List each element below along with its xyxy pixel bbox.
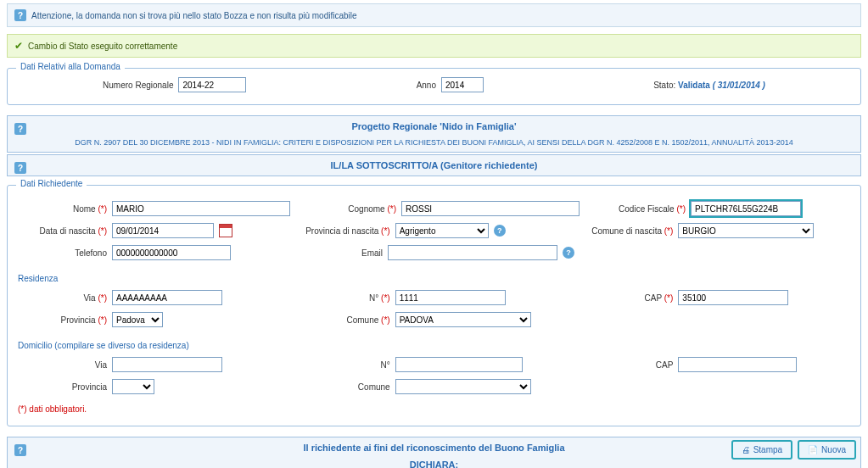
input-num-regionale[interactable] bbox=[178, 77, 246, 92]
label-num-regionale: Numero Regionale bbox=[103, 81, 173, 90]
value-stato-date: ( 31/01/2014 ) bbox=[713, 81, 765, 90]
input-dom-n[interactable] bbox=[395, 357, 523, 372]
alert-info: ? Attenzione, la domanda non si trova pi… bbox=[7, 3, 861, 27]
select-comune-nascita[interactable]: BURGIO bbox=[678, 223, 814, 238]
value-stato: Validata bbox=[678, 81, 710, 90]
input-res-via[interactable] bbox=[112, 290, 222, 305]
input-codice-fiscale[interactable] bbox=[691, 201, 801, 216]
help-icon-dichiara[interactable]: ? bbox=[14, 444, 26, 456]
help-icon-prov-nascita[interactable]: ? bbox=[494, 225, 506, 237]
stampa-button[interactable]: 🖨 Stampa bbox=[731, 440, 792, 460]
check-icon: ✔ bbox=[14, 40, 23, 52]
mandatory-note: (*) dati obbligatori. bbox=[18, 404, 850, 414]
title-sottoscritto: IL/LA SOTTOSCRITTO/A (Genitore richieden… bbox=[331, 160, 538, 170]
input-telefono[interactable] bbox=[112, 245, 231, 260]
select-prov-nascita[interactable]: Agrigento bbox=[395, 223, 489, 238]
label-dom-cap: CAP bbox=[584, 360, 673, 370]
input-res-n[interactable] bbox=[395, 290, 506, 305]
label-res-comune: Comune bbox=[347, 315, 379, 325]
sub-dichiara: DICHIARA: bbox=[410, 460, 458, 468]
label-res-n: N° bbox=[369, 293, 378, 303]
input-data-nascita[interactable] bbox=[112, 223, 214, 238]
select-dom-comune[interactable] bbox=[395, 379, 531, 394]
help-icon-email[interactable]: ? bbox=[563, 247, 574, 259]
input-dom-cap[interactable] bbox=[678, 357, 797, 372]
sub-progetto: DGR N. 2907 DEL 30 DICEMBRE 2013 - NIDI … bbox=[75, 138, 792, 147]
alert-success: ✔ Cambio di Stato eseguito correttamente bbox=[7, 34, 861, 58]
help-icon-progetto[interactable]: ? bbox=[14, 123, 26, 135]
label-anno: Anno bbox=[417, 81, 436, 90]
label-res-prov: Provincia bbox=[61, 315, 96, 325]
label-dom-via: Via bbox=[18, 360, 107, 370]
section-progetto: ? Progetto Regionale 'Nido in Famiglia' … bbox=[7, 115, 861, 153]
fieldset-domanda: Dati Relativi alla Domanda Numero Region… bbox=[7, 68, 861, 105]
label-comune-nascita: Comune di nascita bbox=[591, 226, 662, 236]
label-telefono: Telefono bbox=[18, 248, 107, 258]
legend-residenza: Residenza bbox=[18, 274, 850, 283]
select-res-provincia[interactable]: Padova bbox=[112, 312, 163, 327]
input-res-cap[interactable] bbox=[678, 290, 788, 305]
title-progetto: Progetto Regionale 'Nido in Famiglia' bbox=[351, 121, 516, 131]
label-prov-nascita: Provincia di nascita bbox=[305, 226, 378, 236]
input-cognome[interactable] bbox=[401, 201, 580, 216]
select-res-comune[interactable]: PADOVA bbox=[395, 312, 531, 327]
input-anno[interactable] bbox=[441, 77, 484, 92]
info-icon: ? bbox=[14, 9, 26, 21]
select-dom-provincia[interactable] bbox=[112, 379, 154, 394]
label-res-via: Via bbox=[83, 293, 95, 303]
label-res-cap: CAP bbox=[645, 293, 662, 303]
label-nome: Nome bbox=[73, 204, 96, 214]
alert-success-text: Cambio di Stato eseguito correttamente bbox=[28, 42, 177, 51]
title-dichiara: Il richiedente ai fini del riconosciment… bbox=[303, 443, 564, 453]
alert-info-text: Attenzione, la domanda non si trova più … bbox=[31, 11, 357, 20]
nuova-button[interactable]: 📄 Nuova bbox=[798, 440, 856, 460]
new-icon: 📄 bbox=[808, 445, 818, 454]
fieldset-richiedente: Dati Richiedente Nome (*) Cognome (*) Co… bbox=[7, 185, 861, 426]
help-icon-sottoscritto[interactable]: ? bbox=[14, 162, 26, 174]
label-cf: Codice Fiscale bbox=[619, 204, 675, 214]
calendar-icon[interactable] bbox=[219, 224, 232, 237]
label-email: Email bbox=[294, 248, 383, 258]
legend-domanda: Dati Relativi alla Domanda bbox=[16, 62, 125, 71]
print-icon: 🖨 bbox=[742, 445, 750, 454]
label-stato: Stato: bbox=[653, 81, 675, 90]
input-email[interactable] bbox=[388, 245, 557, 260]
input-nome[interactable] bbox=[112, 201, 290, 216]
label-dom-comune: Comune bbox=[301, 382, 390, 392]
label-data-nascita: Data di nascita bbox=[40, 226, 96, 236]
legend-domicilio: Domicilio (compilare se diverso da resid… bbox=[18, 341, 850, 350]
label-dom-prov: Provincia bbox=[18, 382, 107, 392]
label-dom-n: N° bbox=[301, 360, 390, 370]
input-dom-via[interactable] bbox=[112, 357, 222, 372]
legend-richiedente: Dati Richiedente bbox=[16, 179, 87, 188]
action-buttons: 🖨 Stampa 📄 Nuova bbox=[731, 440, 856, 460]
section-sottoscritto: ? IL/LA SOTTOSCRITTO/A (Genitore richied… bbox=[7, 154, 861, 176]
label-cognome: Cognome bbox=[348, 204, 384, 214]
